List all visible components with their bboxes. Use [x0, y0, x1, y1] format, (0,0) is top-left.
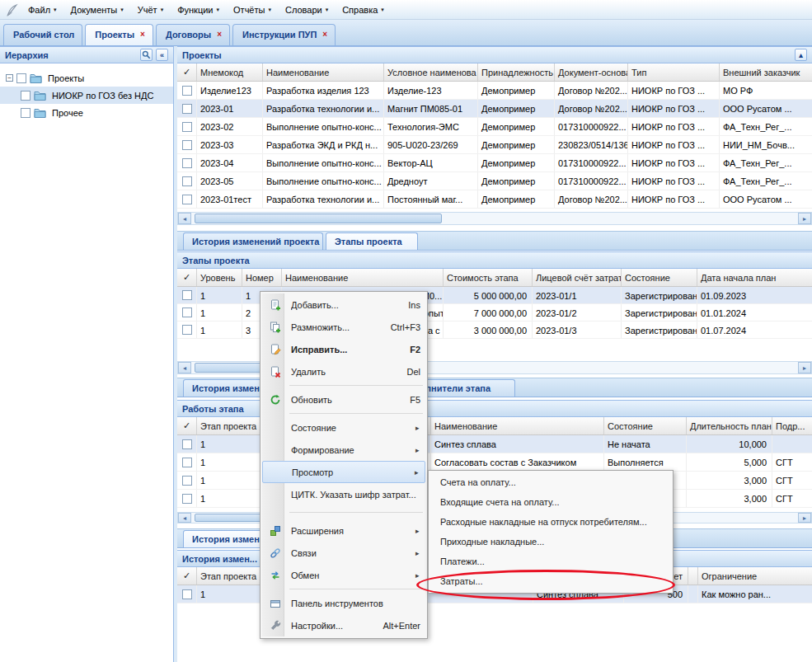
- tab-project-stages[interactable]: Этапы проекта: [326, 232, 418, 250]
- row-checkbox[interactable]: [182, 104, 192, 114]
- col-ownership[interactable]: Принадлежность: [478, 63, 555, 81]
- col-name[interactable]: Наименование: [431, 417, 604, 434]
- close-icon[interactable]: ×: [140, 31, 145, 45]
- col-name[interactable]: Наименование: [263, 63, 384, 81]
- menu-item-view[interactable]: Просмотр ▸: [262, 461, 425, 483]
- menu-item-formation[interactable]: Формирование ▸: [262, 439, 425, 461]
- close-icon[interactable]: ×: [322, 31, 327, 45]
- menu-label: Файл: [28, 5, 50, 15]
- col-department[interactable]: Подр...: [772, 417, 812, 434]
- scroll-thumb[interactable]: [195, 214, 442, 223]
- column-header-select[interactable]: ✓: [177, 269, 197, 286]
- row-checkbox[interactable]: [182, 458, 192, 467]
- row-checkbox[interactable]: [182, 290, 192, 300]
- table-row[interactable]: 2023-05 Выполнение опытно-конс... Дредно…: [177, 172, 812, 190]
- menu-dictionaries[interactable]: Словари▾: [279, 2, 335, 17]
- table-row[interactable]: 2023-01тест Разработка технологии и... П…: [177, 190, 812, 209]
- row-checkbox[interactable]: [182, 439, 192, 449]
- find-icon[interactable]: [140, 49, 153, 61]
- row-checkbox[interactable]: [182, 476, 192, 486]
- table-row[interactable]: 2023-04 Выполнение опытно-конс... Вектор…: [177, 154, 812, 172]
- menu-item-settings[interactable]: Настройки... Alt+Enter: [262, 614, 425, 636]
- menu-file[interactable]: Файл▾: [21, 2, 63, 17]
- row-checkbox[interactable]: [182, 122, 192, 132]
- menu-item-links[interactable]: Связи ▸: [262, 542, 425, 564]
- menu-item-toolbar-panel[interactable]: Панель инструментов: [262, 592, 425, 614]
- menu-item-add[interactable]: Добавить... Ins: [262, 293, 425, 316]
- projects-hscrollbar[interactable]: ◂ ▸: [177, 212, 812, 225]
- col-state[interactable]: Состояние: [604, 417, 687, 434]
- menu-item-delete[interactable]: Удалить Del: [262, 360, 425, 383]
- col-plan-start-date[interactable]: Дата начала план: [697, 269, 812, 286]
- column-header-select[interactable]: ✓: [177, 567, 197, 585]
- menu-item-exchange[interactable]: Обмен ▸: [262, 564, 425, 586]
- col-plan-duration[interactable]: Длительность план▼: [687, 417, 772, 434]
- table-row[interactable]: Изделие123 Разработка изделия 123 Издели…: [177, 82, 812, 100]
- col-basis-document[interactable]: Документ-основан: [555, 63, 628, 81]
- row-checkbox[interactable]: [182, 176, 192, 186]
- tab-project-history[interactable]: История изменений проекта: [183, 232, 323, 250]
- table-row[interactable]: 2023-02 Выполнение опытно-конс... Технол…: [177, 118, 812, 136]
- col-state[interactable]: Состояние: [622, 269, 697, 286]
- tree-item-other[interactable]: Прочее: [0, 104, 173, 121]
- menu-documents[interactable]: Документы▾: [64, 2, 130, 17]
- menu-accounting[interactable]: Учёт▾: [131, 2, 170, 17]
- col-external-customer[interactable]: Внешний заказчик: [720, 63, 812, 81]
- submenu-item-incoming-invoices[interactable]: Входящие счета на оплату...: [430, 492, 671, 512]
- tree-checkbox[interactable]: [21, 91, 31, 101]
- col-mnemocode[interactable]: Мнемокод: [197, 63, 263, 81]
- scroll-left-button[interactable]: ◂: [178, 362, 191, 373]
- col-stage-cost[interactable]: Стоимость этапа: [444, 269, 533, 286]
- col-name[interactable]: Наименование: [282, 269, 444, 286]
- menu-functions[interactable]: Функции▾: [171, 2, 226, 17]
- row-checkbox[interactable]: [182, 158, 192, 168]
- tree-checkbox[interactable]: [16, 73, 26, 83]
- col-constraint[interactable]: Ограничение: [698, 567, 812, 585]
- tree-item-niokr[interactable]: НИОКР по ГОЗ без НДС: [0, 87, 173, 104]
- collapse-sidebar-icon[interactable]: «: [156, 49, 168, 61]
- scroll-left-button[interactable]: ◂: [178, 213, 191, 224]
- col-cost-account[interactable]: Лицевой счёт затрат.: [533, 269, 622, 286]
- col-conditional-name[interactable]: Условное наименова: [384, 63, 478, 81]
- tab-projects[interactable]: Проекты×: [85, 24, 153, 45]
- submenu-item-incoming-waybills[interactable]: Приходные накладные...: [430, 532, 671, 552]
- menu-help[interactable]: Справка▾: [336, 2, 391, 17]
- column-header-select[interactable]: ✓: [177, 417, 197, 434]
- menu-reports[interactable]: Отчёты▾: [227, 2, 278, 17]
- row-checkbox[interactable]: [182, 140, 192, 150]
- tab-desktop[interactable]: Рабочий стол: [3, 24, 82, 45]
- submenu-item-costs[interactable]: Затраты...: [430, 571, 671, 591]
- collapse-panel-icon[interactable]: ▴: [795, 49, 807, 61]
- menu-item-duplicate[interactable]: Размножить... Ctrl+F3: [262, 316, 425, 338]
- submenu-item-outgoing-waybills[interactable]: Расходные накладные на отпуск потребител…: [430, 512, 671, 532]
- scroll-right-button[interactable]: ▸: [798, 362, 811, 373]
- tree-item-projects[interactable]: − Проекты: [0, 69, 173, 87]
- submenu-item-invoices[interactable]: Счета на оплату...: [430, 472, 671, 492]
- tab-instructions[interactable]: Инструкции ПУП×: [232, 24, 336, 45]
- tab-contracts[interactable]: Договоры×: [156, 24, 230, 45]
- menu-item-extensions[interactable]: Расширения ▸: [262, 519, 425, 542]
- scroll-left-button[interactable]: ◂: [178, 513, 191, 523]
- menu-item-state[interactable]: Состояние ▸: [262, 416, 425, 439]
- row-checkbox[interactable]: [182, 86, 192, 96]
- submenu-item-payments[interactable]: Платежи...: [430, 552, 671, 571]
- col-number[interactable]: Номер: [242, 269, 282, 286]
- row-checkbox[interactable]: [182, 494, 192, 504]
- column-header-select[interactable]: ✓: [177, 63, 197, 81]
- menu-item-refresh[interactable]: Обновить F5: [262, 388, 425, 411]
- row-checkbox[interactable]: [182, 589, 192, 599]
- row-checkbox[interactable]: [182, 195, 192, 204]
- row-checkbox[interactable]: [182, 325, 192, 335]
- row-checkbox[interactable]: [182, 308, 192, 317]
- tree-collapse-icon[interactable]: −: [6, 74, 13, 82]
- table-row[interactable]: 2023-03 Разработка ЭКД и РКД н... 905-U0…: [177, 136, 812, 154]
- scroll-right-button[interactable]: ▸: [798, 213, 811, 224]
- tree-checkbox[interactable]: [21, 108, 31, 118]
- menu-item-citk-cost-code[interactable]: ЦИТК. Указать шифр затрат...: [262, 483, 425, 505]
- close-icon[interactable]: ×: [217, 31, 222, 45]
- scroll-right-button[interactable]: ▸: [798, 513, 811, 523]
- menu-item-edit[interactable]: Исправить... F2: [262, 338, 425, 360]
- col-type[interactable]: Тип: [628, 63, 720, 81]
- col-level[interactable]: Уровень: [197, 269, 242, 286]
- table-row[interactable]: 2023-01 Разработка технологии и... Магни…: [177, 100, 812, 118]
